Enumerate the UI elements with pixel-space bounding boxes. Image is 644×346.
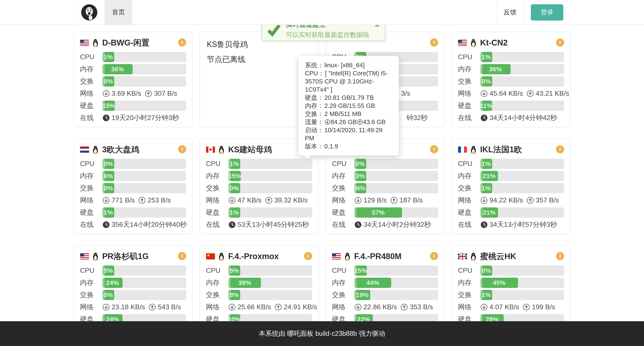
- top-navbar: 首页 反馈 登录: [0, 0, 644, 25]
- country-flag-icon: [206, 146, 215, 153]
- cpu-label: CPU: [206, 160, 228, 168]
- upload-arrow-icon: [523, 304, 530, 311]
- memory-row: 内存 45%: [458, 276, 564, 289]
- info-icon[interactable]: [178, 38, 186, 46]
- cpu-progress-fill: 5%: [102, 266, 114, 276]
- tab-home[interactable]: 首页: [105, 0, 132, 24]
- tooltip-boot-line: 启动：10/14/2020, 11:49:29 PM: [305, 126, 392, 142]
- uptime-fragment: 钟32秒: [406, 113, 428, 122]
- server-card-header: Kt-CN2: [458, 36, 564, 50]
- site-logo-avatar[interactable]: [81, 4, 97, 20]
- online-label: 在线: [80, 220, 102, 230]
- memory-row: 内存 3%: [332, 170, 438, 182]
- memory-label: 内存: [80, 171, 102, 181]
- cpu-progressbar: 0%: [102, 159, 186, 169]
- uptime-text: 34天13小时57分钟3秒: [490, 220, 557, 230]
- swap-row: 交换 0%: [80, 75, 186, 87]
- download-speed: 45.64 KB/s: [490, 90, 523, 98]
- info-icon[interactable]: [556, 38, 564, 46]
- clock-icon: [480, 221, 488, 228]
- cpu-label: CPU: [458, 266, 480, 274]
- clock-icon: [480, 114, 488, 122]
- cpu-progress-fill: 0%: [354, 159, 366, 169]
- disk-progress-fill: 1%: [102, 208, 114, 218]
- upload-speed: 43.21 KB/s: [536, 90, 569, 98]
- uptime-text: 34天14小时2分钟32秒: [364, 220, 431, 230]
- info-icon[interactable]: [556, 252, 564, 260]
- info-icon[interactable]: [178, 145, 186, 153]
- network-label: 网络: [206, 302, 228, 312]
- brand-cell: [74, 0, 105, 24]
- network-label: 网络: [80, 196, 102, 205]
- disk-row: 硬盘 57%: [332, 206, 438, 218]
- memory-label: 内存: [458, 171, 480, 181]
- swap-label: 交换: [332, 290, 354, 300]
- upload-arrow-icon: [274, 304, 282, 311]
- swap-progress-fill: 0%: [228, 183, 240, 193]
- cpu-row: CPU 5%: [206, 264, 312, 276]
- disk-row: 硬盘 11%: [458, 100, 564, 112]
- download-arrow-icon: [324, 119, 330, 125]
- network-label: 网络: [332, 302, 354, 312]
- info-icon[interactable]: [556, 145, 564, 153]
- swap-progress-fill: 0%: [480, 76, 492, 86]
- cpu-label: CPU: [206, 266, 228, 274]
- swap-label: 交换: [206, 290, 228, 300]
- memory-label: 内存: [458, 64, 480, 74]
- memory-label: 内存: [206, 171, 228, 181]
- download-arrow-icon: [480, 304, 488, 311]
- info-icon[interactable]: [304, 252, 312, 260]
- server-card: 3欧大盘鸡 CPU 0% 内存 6% 交换 0%: [74, 138, 192, 234]
- network-row: 网络 22.86 KB/s 353 B/s: [332, 301, 438, 313]
- swap-progressbar: 8%: [228, 290, 312, 300]
- server-name: F.4.-Proxmox: [228, 252, 279, 261]
- download-arrow-icon: [228, 197, 236, 204]
- disk-row: 硬盘 1%: [206, 206, 312, 218]
- download-speed: 94.22 KB/s: [490, 196, 523, 204]
- network-row: 网络 94.22 KB/s 357 B/s: [458, 194, 564, 206]
- cpu-progress-fill: 15%: [354, 266, 367, 276]
- cpu-progress-fill: 1%: [102, 52, 114, 62]
- tooltip-cpu-line: CPU：[ "Intel(R) Core(TM) i5-3570S CPU @ …: [305, 69, 392, 94]
- memory-row: 内存 36%: [458, 63, 564, 75]
- server-card-header: D-BWG-闲置: [80, 36, 186, 50]
- network-row: 网络 23.18 KB/s 543 B/s: [80, 301, 186, 313]
- network-speeds: 47 KB/s 39.32 KB/s: [228, 196, 308, 204]
- info-icon[interactable]: [178, 252, 186, 260]
- feedback-link[interactable]: 反馈: [496, 0, 524, 24]
- info-icon[interactable]: [430, 145, 438, 153]
- uptime-text: 19天20小时27分钟3秒: [112, 113, 179, 122]
- toast-message: 可以实时获取最新监控数据啦: [286, 30, 369, 39]
- disk-progress-fill: 11%: [480, 100, 492, 111]
- disk-progressbar: 11%: [480, 100, 564, 111]
- disk-row: 硬盘 1%: [80, 206, 186, 218]
- cpu-row: CPU 15%: [332, 264, 438, 276]
- cpu-row: CPU 5%: [80, 264, 186, 276]
- memory-progress-fill: 24%: [102, 278, 122, 288]
- info-icon[interactable]: [430, 38, 438, 46]
- swap-progress-fill: 1%: [480, 183, 492, 193]
- uptime-text: 34天14小时4分钟42秒: [490, 113, 557, 122]
- swap-progressbar: N%: [354, 183, 438, 193]
- disk-label: 硬盘: [80, 101, 102, 110]
- country-flag-icon: [80, 146, 89, 153]
- linux-tux-icon: [469, 145, 478, 154]
- upload-arrow-icon: [390, 197, 398, 204]
- disk-label: 硬盘: [458, 208, 480, 217]
- download-arrow-icon: [102, 304, 110, 311]
- info-icon[interactable]: [430, 252, 438, 260]
- download-speed: 23.18 KB/s: [112, 303, 145, 311]
- uptime-text: 53天13小时45分钟25秒: [238, 220, 309, 230]
- swap-progressbar: 0%: [480, 76, 564, 86]
- login-button[interactable]: 登录: [531, 4, 563, 20]
- cpu-progressbar: 5%: [102, 266, 186, 276]
- linux-tux-icon: [217, 145, 226, 154]
- disk-progress-fill: 15%: [102, 100, 115, 111]
- cpu-progressbar: 5%: [228, 266, 312, 276]
- memory-progress-fill: 36%: [102, 64, 132, 74]
- network-label: 网络: [458, 302, 480, 312]
- cpu-row: CPU 1%: [458, 51, 564, 63]
- memory-row: 内存 21%: [458, 170, 564, 182]
- footer: 本系统由 哪吒面板 build·c23b88b 强力驱动: [0, 321, 644, 346]
- disk-progress-fill: 21%: [480, 208, 498, 218]
